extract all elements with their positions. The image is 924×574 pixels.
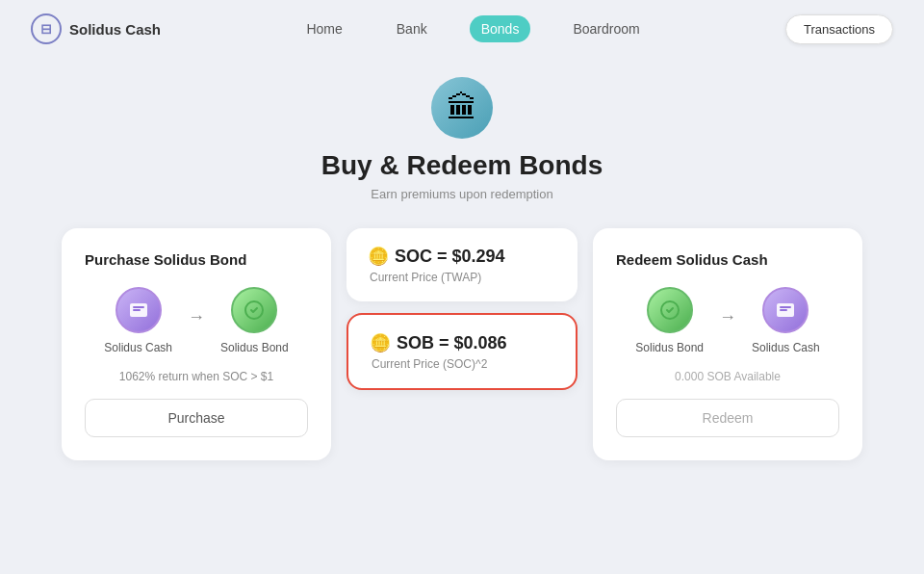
nav-links: Home Bank Bonds Boardroom: [295, 15, 651, 42]
logo-area: ⊟ Solidus Cash: [31, 13, 161, 44]
cards-section: Purchase Solidus Bond Solidus Cash →: [0, 228, 924, 460]
soc-price-label: Current Price (TWAP): [370, 271, 556, 284]
sob-icon: [231, 287, 277, 333]
return-text: 1062% return when SOC > $1: [85, 370, 308, 383]
soc-icon-redeem: [762, 287, 808, 333]
token-to-redeem: Solidus Cash: [752, 287, 820, 354]
soc-price-display: 🪙 SOC = $0.294: [368, 246, 556, 267]
soc-icon: [116, 287, 162, 333]
transactions-button[interactable]: Transactions: [785, 14, 893, 44]
hero-subtitle: Earn premiums upon redemption: [0, 187, 924, 201]
nav-home[interactable]: Home: [295, 15, 353, 42]
purchase-button[interactable]: Purchase: [85, 399, 308, 437]
soc-price-card: 🪙 SOC = $0.294 Current Price (TWAP): [346, 228, 578, 301]
sob-price-value: SOB = $0.086: [397, 333, 507, 353]
redeem-card: Redeem Solidus Cash Solidus Bond →: [593, 228, 862, 460]
purchase-card: Purchase Solidus Bond Solidus Cash →: [62, 228, 331, 460]
hero-title: Buy & Redeem Bonds: [0, 150, 924, 181]
sob-icon-redeem: [647, 287, 693, 333]
soc-coin-icon: 🪙: [368, 246, 389, 267]
purchase-card-title: Purchase Solidus Bond: [85, 251, 308, 268]
hero-icon: 🏛: [431, 77, 493, 139]
redeem-button[interactable]: Redeem: [616, 399, 839, 437]
soc-price-value: SOC = $0.294: [395, 247, 505, 267]
redeem-card-title: Redeem Solidus Cash: [616, 251, 839, 268]
sob-price-label: Current Price (SOC)^2: [372, 357, 554, 371]
arrow-icon-redeem: →: [719, 307, 736, 327]
hero-section: 🏛 Buy & Redeem Bonds Earn premiums upon …: [0, 58, 924, 228]
token-row-purchase: Solidus Cash → Solidus Bond: [85, 287, 308, 354]
sob-price-card: 🪙 SOB = $0.086 Current Price (SOC)^2: [346, 313, 578, 390]
nav-bonds[interactable]: Bonds: [470, 15, 531, 42]
nav-bank[interactable]: Bank: [385, 15, 439, 42]
logo-text: Solidus Cash: [69, 21, 161, 38]
logo-icon: ⊟: [31, 13, 62, 44]
navbar: ⊟ Solidus Cash Home Bank Bonds Boardroom…: [0, 0, 924, 58]
token-to-redeem-label: Solidus Cash: [752, 341, 820, 354]
token-from-redeem: Solidus Bond: [635, 287, 704, 354]
available-text: 0.000 SOB Available: [616, 370, 839, 383]
sob-price-display: 🪙 SOB = $0.086: [370, 332, 554, 353]
middle-cards: 🪙 SOC = $0.294 Current Price (TWAP) 🪙 SO…: [346, 228, 578, 460]
nav-boardroom[interactable]: Boardroom: [561, 15, 651, 42]
token-to: Solidus Bond: [220, 287, 289, 354]
arrow-icon: →: [188, 307, 205, 327]
token-from: Solidus Cash: [104, 287, 172, 354]
token-row-redeem: Solidus Bond → Solidus Cash: [616, 287, 839, 354]
sob-coin-icon: 🪙: [370, 332, 391, 353]
token-from-label: Solidus Cash: [104, 341, 172, 354]
token-to-label: Solidus Bond: [220, 341, 289, 354]
token-from-redeem-label: Solidus Bond: [635, 341, 704, 354]
